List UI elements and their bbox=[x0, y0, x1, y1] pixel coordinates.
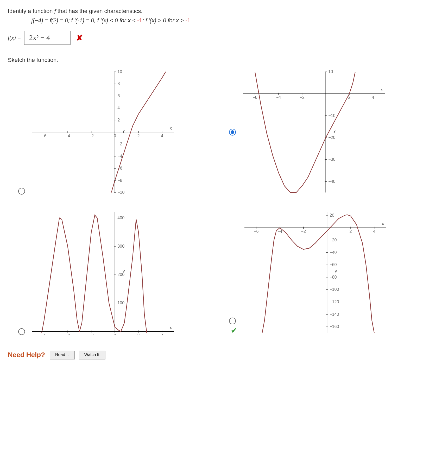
svg-text:2: 2 bbox=[348, 95, 351, 100]
svg-text:10: 10 bbox=[117, 70, 122, 74]
svg-text:2: 2 bbox=[350, 229, 352, 234]
svg-text:20: 20 bbox=[330, 213, 334, 217]
option-radio-0[interactable] bbox=[18, 188, 25, 195]
svg-text:−4: −4 bbox=[277, 229, 282, 234]
svg-text:y: y bbox=[333, 128, 336, 133]
svg-text:x: x bbox=[170, 325, 172, 330]
svg-text:−20: −20 bbox=[330, 238, 337, 242]
svg-text:−40: −40 bbox=[330, 250, 337, 255]
option-radio-2[interactable] bbox=[18, 328, 25, 335]
svg-text:−2: −2 bbox=[301, 229, 306, 234]
svg-text:4: 4 bbox=[161, 333, 163, 335]
svg-text:−8: −8 bbox=[117, 178, 122, 183]
sketch-label: Sketch the function. bbox=[8, 57, 424, 63]
svg-text:8: 8 bbox=[117, 81, 120, 86]
read-it-button[interactable]: Read It bbox=[50, 351, 74, 359]
svg-text:100: 100 bbox=[117, 301, 124, 305]
svg-text:y: y bbox=[123, 128, 125, 133]
svg-text:10: 10 bbox=[328, 70, 333, 74]
svg-text:300: 300 bbox=[117, 244, 124, 248]
svg-text:4: 4 bbox=[373, 229, 375, 234]
answer-input[interactable]: 2x² − 4 bbox=[24, 31, 71, 45]
svg-text:−40: −40 bbox=[328, 179, 335, 184]
svg-text:−2: −2 bbox=[89, 134, 94, 138]
svg-text:−2: −2 bbox=[89, 333, 94, 335]
svg-text:−4: −4 bbox=[65, 333, 70, 335]
svg-text:y: y bbox=[335, 269, 337, 273]
svg-text:4: 4 bbox=[117, 106, 120, 110]
svg-text:−2: −2 bbox=[117, 142, 122, 146]
fx-label: f(x) = bbox=[8, 34, 21, 41]
svg-text:−6: −6 bbox=[42, 134, 46, 138]
svg-text:400: 400 bbox=[117, 216, 124, 220]
svg-text:2: 2 bbox=[137, 134, 140, 138]
option-radio-1[interactable] bbox=[229, 129, 236, 136]
svg-text:−6: −6 bbox=[42, 333, 46, 335]
option-radio-3[interactable] bbox=[229, 318, 236, 324]
svg-text:−4: −4 bbox=[65, 134, 70, 138]
svg-text:2: 2 bbox=[117, 118, 120, 122]
svg-text:−10: −10 bbox=[328, 113, 335, 118]
svg-text:−2: −2 bbox=[300, 95, 305, 100]
svg-text:−10: −10 bbox=[117, 190, 124, 195]
question-conditions: f(−4) = f(2) = 0; f ′(-1) = 0, f ′(x) < … bbox=[31, 17, 424, 24]
svg-text:−4: −4 bbox=[117, 154, 122, 158]
svg-text:−4: −4 bbox=[276, 95, 281, 100]
svg-text:−30: −30 bbox=[328, 157, 335, 162]
option-graph-0: −6−4−2024−10−8−6−4−2246810xy bbox=[30, 70, 176, 195]
svg-text:−6: −6 bbox=[253, 95, 257, 100]
svg-text:0: 0 bbox=[114, 134, 116, 138]
svg-text:−140: −140 bbox=[330, 312, 339, 317]
svg-text:−6: −6 bbox=[254, 229, 258, 234]
svg-text:x: x bbox=[381, 87, 383, 92]
svg-text:2: 2 bbox=[137, 333, 140, 335]
question-line-1: Identify a function f that has the given… bbox=[8, 8, 424, 15]
svg-text:y: y bbox=[123, 269, 125, 273]
incorrect-icon: ✘ bbox=[76, 33, 83, 42]
svg-text:x: x bbox=[170, 126, 172, 130]
svg-text:−120: −120 bbox=[330, 300, 339, 304]
svg-text:−160: −160 bbox=[330, 324, 339, 329]
svg-text:6: 6 bbox=[117, 94, 120, 98]
svg-text:x: x bbox=[382, 221, 384, 226]
svg-text:4: 4 bbox=[372, 95, 374, 100]
option-graph-3: −6−4−224−160−140−120−100−80−60−40−2020xy bbox=[242, 210, 388, 335]
need-help-label: Need Help? bbox=[8, 351, 45, 359]
svg-text:0: 0 bbox=[114, 333, 116, 335]
svg-text:−80: −80 bbox=[330, 275, 337, 279]
svg-text:−100: −100 bbox=[330, 287, 339, 292]
watch-it-button[interactable]: Watch It bbox=[79, 351, 105, 359]
svg-text:−60: −60 bbox=[330, 262, 337, 267]
option-graph-1: −6−4−224−40−30−20−1010xy bbox=[241, 70, 387, 195]
svg-text:−20: −20 bbox=[328, 135, 335, 140]
correct-icon: ✔ bbox=[231, 326, 237, 335]
option-graph-2: −6−4−2024100200300400xy bbox=[30, 210, 176, 335]
svg-text:4: 4 bbox=[161, 134, 163, 138]
